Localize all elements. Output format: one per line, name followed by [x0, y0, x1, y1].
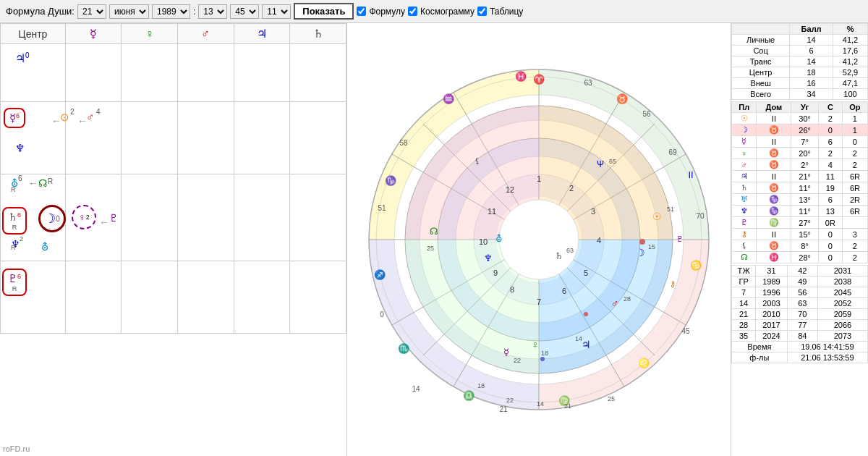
score-header: [732, 24, 790, 35]
pluto-house: ♍: [757, 217, 791, 229]
svg-text:♐: ♐: [374, 269, 386, 281]
sun-symbol: ☉: [732, 113, 757, 124]
top-bar: Формула Души: 21 июня 1989 : 13 45 11 По…: [0, 0, 868, 23]
outer-label: Внеш: [732, 78, 790, 89]
l14-v3: 2052: [817, 298, 867, 309]
pluto-circled: ♇6 R: [2, 269, 27, 296]
day-select[interactable]: 21: [77, 4, 106, 19]
score-table: Балл % Личные 14 41,2 Соц 6 17,6 Транс 1…: [731, 23, 868, 100]
trans-pct: 41,2: [833, 56, 868, 67]
colon1: :: [193, 7, 195, 17]
svg-text:21: 21: [499, 405, 508, 413]
svg-text:18: 18: [541, 350, 548, 357]
uranus-symbol: ♅: [732, 194, 757, 206]
venus-c: 2: [818, 148, 842, 159]
lifecycle-row-time: Время 19.06 14:41:59: [732, 342, 868, 352]
svg-text:♇: ♇: [676, 235, 684, 243]
svg-text:☿: ☿: [503, 347, 509, 358]
svg-text:58: 58: [399, 139, 408, 147]
score-title: Балл: [790, 24, 833, 35]
pluto-deg: 27°: [791, 217, 818, 229]
second-select[interactable]: 11: [262, 4, 291, 19]
lifecycle-row-7: 7 1996 56 2045: [732, 287, 868, 298]
svg-text:65: 65: [609, 158, 616, 165]
planet-row-chiron: ⚷ II 15° 0 3: [732, 229, 868, 240]
check-cosmo[interactable]: [408, 7, 417, 16]
jupiter-or: 6R: [842, 171, 867, 182]
svg-text:♆: ♆: [484, 253, 493, 263]
sun-or: 1: [842, 113, 867, 124]
svg-text:21: 21: [564, 402, 571, 410]
col-planet: Пл: [732, 102, 757, 113]
planet-row-pluto: ♇ ♍ 27° 0R: [732, 217, 868, 229]
svg-text:⛢: ⛢: [495, 233, 503, 244]
mercury-or: 0: [842, 136, 867, 148]
sun-deg: 30°: [791, 113, 818, 124]
node-house: ♓: [757, 252, 791, 263]
left-panel: Центр ☿ ♀ ♂ ♃ ♄ ♃0: [0, 23, 347, 456]
svg-text:♄: ♄: [555, 250, 563, 261]
l28-v2: 77: [787, 320, 817, 331]
chiron-deg: 15°: [791, 229, 818, 240]
svg-text:51: 51: [378, 204, 386, 212]
personal-label: Личные: [732, 35, 790, 46]
score-row: Транс 14 41,2: [732, 56, 868, 67]
jupiter-symbol: ♃: [732, 171, 757, 182]
l14-label: 14: [732, 298, 756, 309]
l7-v1: 1996: [756, 287, 788, 298]
svg-text:♏: ♏: [398, 342, 410, 355]
l21-v1: 2010: [756, 309, 788, 320]
svg-text:II: II: [688, 169, 693, 180]
node-or: 2: [842, 252, 867, 263]
svg-text:63: 63: [584, 79, 592, 87]
svg-text:63: 63: [566, 247, 574, 254]
svg-text:0: 0: [380, 311, 384, 318]
lifecycle-row-fuly: ф-лы 21.06 13:53:59: [732, 352, 868, 363]
svg-point-81: [584, 312, 588, 316]
month-select[interactable]: июня: [109, 4, 149, 19]
svg-text:3: 3: [591, 207, 595, 216]
l7-v2: 56: [787, 287, 817, 298]
check-table[interactable]: [477, 7, 487, 16]
show-button[interactable]: Показать: [294, 3, 354, 20]
hour-select[interactable]: 13: [198, 4, 227, 19]
cosmogram-svg: ♈ ♉ II ♋ ♌ ♍ ♎ ♏ ♐ ♑ ♒ ♓ 63 56 69 70 45 …: [362, 62, 716, 417]
svg-text:♉: ♉: [616, 93, 629, 105]
svg-text:12: 12: [506, 185, 514, 194]
svg-text:11: 11: [488, 207, 496, 216]
svg-text:♒: ♒: [443, 93, 455, 105]
svg-text:⚸: ⚸: [475, 156, 480, 165]
moon-symbol: ☽: [732, 124, 757, 136]
l7-label: 7: [732, 287, 756, 298]
svg-text:☽: ☽: [636, 247, 645, 258]
col-c: С: [818, 102, 842, 113]
l35-v1: 2024: [756, 331, 788, 342]
lifecycle-row-gr: ГР 1989 49 2038: [732, 276, 868, 287]
svg-text:14: 14: [412, 385, 420, 393]
svg-text:25: 25: [427, 245, 434, 252]
mars-col-header: ♂: [178, 24, 234, 44]
svg-text:15: 15: [648, 243, 655, 250]
tj-label: ТЖ: [732, 266, 756, 276]
saturn-c: 19: [818, 182, 842, 194]
svg-text:♃: ♃: [582, 339, 591, 350]
moon-house: ♉: [757, 124, 791, 136]
check-formula[interactable]: [357, 7, 366, 16]
soc-pct: 17,6: [833, 46, 868, 56]
main-area: Центр ☿ ♀ ♂ ♃ ♄ ♃0: [0, 23, 868, 456]
planet-detail-table: Пл Дом Уг С Ор ☉ II 30° 2 1 ☽ ♉: [731, 101, 868, 263]
jupiter-c: 11: [818, 171, 842, 182]
pluto-c: 0R: [818, 217, 842, 229]
svg-text:☉: ☉: [652, 211, 662, 222]
uranus-house: ♑: [757, 194, 791, 206]
saturn-symbol: ♄: [732, 182, 757, 194]
outer-score: 16: [790, 78, 833, 89]
svg-text:♌: ♌: [638, 357, 650, 369]
svg-text:♑: ♑: [385, 174, 397, 187]
center-score: 18: [790, 67, 833, 78]
neptune-c: 13: [818, 206, 842, 217]
venus-house: ♉: [757, 148, 791, 159]
year-select[interactable]: 1989: [152, 4, 190, 19]
total-label: Всего: [732, 89, 790, 100]
minute-select[interactable]: 45: [230, 4, 259, 19]
